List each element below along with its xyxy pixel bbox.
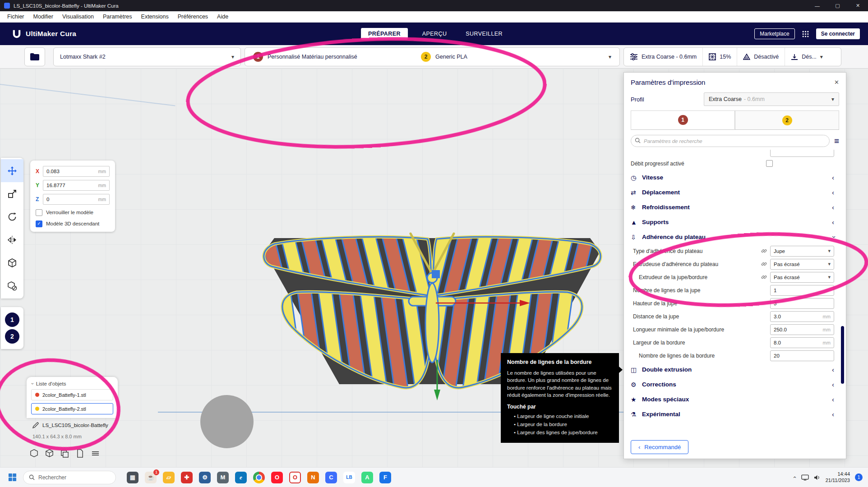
taskbar-app-notes[interactable]: ▦	[127, 472, 139, 483]
stage-tab-apercu[interactable]: APERÇU	[418, 28, 452, 40]
taskbar-app-cura[interactable]: C	[325, 472, 337, 483]
menu-item-parametres[interactable]: Paramètres	[98, 12, 137, 21]
object-list-item[interactable]: 2color_Battefly-2.stl	[31, 403, 113, 414]
settings-scrollbar[interactable]	[841, 326, 844, 384]
category-modes-speciaux[interactable]: ★Modes spéciaux‹	[631, 392, 834, 407]
axis-input-y[interactable]: 16.8777mm	[43, 180, 110, 191]
setting-input[interactable]	[770, 150, 834, 157]
job-name-row[interactable]: LS_LSC10S_bicolor-Battefly	[32, 422, 108, 428]
tooltip-affected-item: Largeur de ligne couche initiale	[507, 413, 613, 421]
move-tool-button[interactable]	[1, 159, 23, 182]
stage-tab-preparer[interactable]: PRÉPARER	[361, 28, 408, 40]
category-vitesse[interactable]: ◷Vitesse‹	[631, 170, 834, 185]
close-settings-icon[interactable]: ✕	[834, 79, 839, 86]
printer-selector[interactable]: Lotmaxx Shark #2 ▾	[53, 47, 241, 66]
extruder-tab-2[interactable]: 2	[735, 110, 839, 129]
category-double-extrusion[interactable]: ◫Double extrusion‹	[631, 362, 834, 377]
taskbar-app-lb[interactable]: LB	[343, 472, 355, 483]
mirror-tool-button[interactable]	[1, 228, 23, 251]
setting-input[interactable]: 250.0mm	[770, 324, 834, 335]
extruder-2-button[interactable]: 2	[5, 329, 19, 344]
menu-item-aide[interactable]: Aide	[212, 12, 233, 21]
stage-tab-surveiller[interactable]: SURVEILLER	[461, 28, 507, 40]
apps-grid-icon[interactable]	[802, 30, 809, 38]
rotate-tool-button[interactable]	[1, 205, 23, 228]
setting-input[interactable]: 20	[770, 350, 834, 361]
taskbar-search[interactable]	[23, 471, 116, 484]
layers-view-icon[interactable]	[60, 449, 69, 458]
extruder-tab-1[interactable]: 1	[631, 110, 735, 129]
lock-model-checkbox[interactable]	[36, 209, 42, 216]
menu-item-fichier[interactable]: Fichier	[3, 12, 29, 21]
taskbar-app-notion[interactable]: N	[307, 472, 319, 483]
extruder-selector[interactable]: 1 Personnalisé Matériau personnalisé 2 G…	[245, 47, 620, 66]
taskbar-search-input[interactable]	[38, 474, 102, 481]
taskbar-app-mouse[interactable]: M	[217, 472, 229, 483]
taskbar-app-fusion[interactable]: F	[379, 472, 391, 483]
per-model-settings-button[interactable]	[1, 251, 23, 274]
volume-icon[interactable]	[814, 474, 821, 481]
profile-dropdown[interactable]: Extra Coarse - 0.6mm ▾	[704, 92, 839, 106]
tray-expand-icon[interactable]: ‹	[792, 476, 799, 478]
stack-view-icon[interactable]	[91, 449, 100, 458]
marketplace-button[interactable]: Marketplace	[754, 28, 794, 39]
category-experimental[interactable]: ⚗Expérimental‹	[631, 407, 834, 422]
setting-input[interactable]: 1	[770, 285, 834, 296]
chevron-icon: ‹	[832, 203, 834, 211]
category-refroidissement[interactable]: ❄Refroidissement‹	[631, 200, 834, 215]
drop-model-checkbox[interactable]: ✓	[36, 221, 42, 227]
category-adherence-du-plateau[interactable]: ⇩Adhérence du plateau‹	[631, 230, 834, 244]
sign-in-button[interactable]: Se connecter	[816, 28, 860, 39]
setting-input[interactable]: 3.0mm	[770, 311, 834, 322]
scale-tool-button[interactable]	[1, 182, 23, 205]
taskbar-app-tools[interactable]: ⚙	[199, 472, 211, 483]
taskbar-app-shield[interactable]: ✚	[181, 472, 193, 483]
taskbar-app-obs[interactable]: O	[289, 472, 301, 483]
setting-dropdown[interactable]: Jupe▾	[770, 246, 834, 257]
start-button[interactable]	[8, 473, 17, 482]
object-list-item[interactable]: 2color_Battefly-1.stl	[31, 389, 113, 400]
menu-item-preferences[interactable]: Préférences	[173, 12, 212, 21]
notification-count-badge[interactable]: 1	[855, 473, 863, 481]
checkbox[interactable]	[766, 160, 773, 167]
menu-item-extensions[interactable]: Extensions	[137, 12, 173, 21]
print-setup-selector[interactable]: Extra Coarse - 0.6mm 15% Désactivé	[623, 47, 841, 66]
taskbar-app-android[interactable]: A	[361, 472, 373, 483]
dropdown-value: Jupe	[774, 248, 785, 254]
settings-menu-icon[interactable]: ≡	[834, 136, 839, 146]
maximize-icon[interactable]: ▢	[827, 0, 848, 11]
settings-search-input[interactable]	[631, 135, 830, 147]
dropdown-value: Pas écrasé	[774, 275, 800, 280]
axis-input-x[interactable]: 0.083mm	[43, 166, 110, 177]
setting-input[interactable]: 8.0mm	[770, 337, 834, 348]
taskbar-app-chrome[interactable]	[253, 472, 265, 483]
object-list-header[interactable]: ‹ Liste d'objets	[31, 381, 113, 386]
setting-input[interactable]: 3	[770, 298, 834, 309]
search-icon	[29, 474, 35, 480]
taskbar-app-edge[interactable]: e	[235, 472, 247, 483]
taskbar-clock[interactable]: 14:44 21/11/2023	[826, 471, 850, 484]
menu-item-visualisation[interactable]: Visualisation	[58, 12, 98, 21]
open-file-button[interactable]	[24, 47, 45, 66]
category-deplacement[interactable]: ⇄Déplacement‹	[631, 185, 834, 200]
setting-dropdown[interactable]: Pas écrasé▾	[770, 272, 834, 283]
extruder-1-button[interactable]: 1	[5, 312, 19, 327]
setting-dropdown[interactable]: Pas écrasé▾	[770, 259, 834, 270]
menu-item-modifier[interactable]: Modifier	[29, 12, 58, 21]
support-blocker-button[interactable]	[1, 274, 23, 297]
file-view-icon[interactable]	[76, 449, 84, 458]
taskbar-app-opera[interactable]: O	[271, 472, 283, 483]
close-icon[interactable]: ✕	[848, 0, 868, 11]
minimize-icon[interactable]: —	[807, 0, 827, 11]
taskbar-app-coffee[interactable]: ☕1	[145, 472, 157, 483]
taskbar-app-folder[interactable]: ▱	[163, 472, 175, 483]
display-icon[interactable]	[801, 474, 809, 481]
category-corrections[interactable]: ⚙Corrections‹	[631, 377, 834, 392]
recommended-mode-button[interactable]: ‹ Recommandé	[631, 440, 688, 454]
category-label: Vitesse	[642, 174, 663, 181]
category-supports[interactable]: ▲Supports‹	[631, 215, 834, 230]
axis-input-z[interactable]: 0mm	[43, 194, 110, 205]
solid-view-icon[interactable]	[30, 449, 38, 458]
axis-row-x: X0.083mm	[36, 166, 110, 177]
shaded-view-icon[interactable]	[45, 449, 54, 458]
